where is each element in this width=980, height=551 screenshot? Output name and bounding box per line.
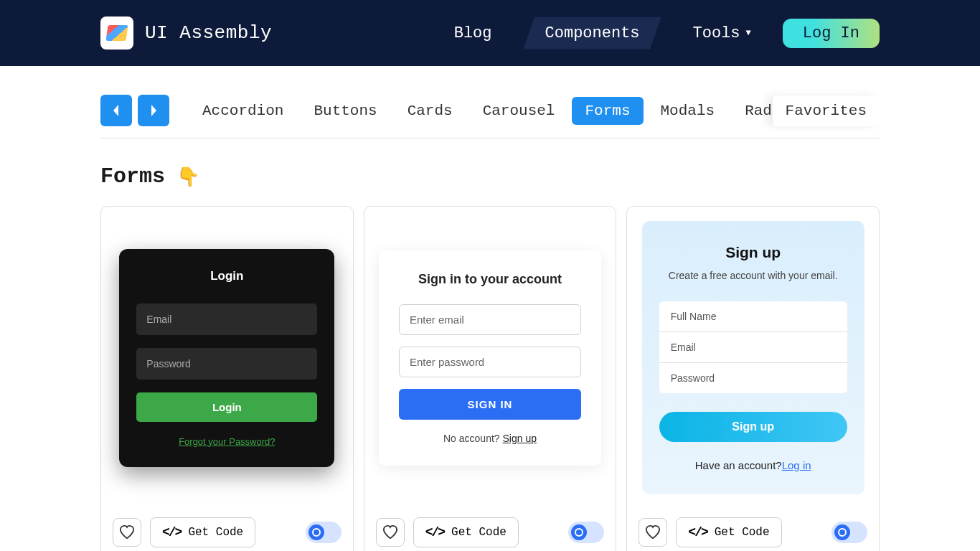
site-header: UI Assembly Blog Components Tools ▼ Log …	[0, 0, 980, 66]
signup-submit-button[interactable]: Sign up	[659, 412, 847, 442]
theme-toggle[interactable]	[568, 522, 604, 543]
footer-text: Have an account?	[695, 459, 782, 471]
form-title: Sign in to your account	[399, 272, 581, 287]
card-preview: Sign up Create a free account with your …	[627, 207, 879, 509]
tab-modals[interactable]: Modals	[648, 97, 728, 125]
code-icon: </>	[425, 525, 444, 540]
inputs-group	[659, 301, 847, 393]
card-preview: Login Login Forgot your Password?	[101, 207, 353, 509]
form-subtitle: Create a free account with your email.	[659, 270, 847, 281]
email-field[interactable]	[399, 304, 581, 335]
favorite-button[interactable]	[376, 518, 405, 547]
signup-form-blue: Sign up Create a free account with your …	[642, 221, 864, 494]
nav-blog[interactable]: Blog	[443, 19, 504, 48]
logo-icon[interactable]	[100, 17, 133, 50]
category-tabs-section: Accordion Buttons Cards Carousel Forms M…	[0, 66, 980, 138]
form-footer: Have an account?Log in	[659, 459, 847, 471]
form-footer: No account? Sign up	[399, 433, 581, 444]
signin-submit-button[interactable]: SIGN IN	[399, 389, 581, 420]
chevron-down-icon: ▼	[746, 28, 751, 38]
footer-text: No account?	[443, 433, 503, 444]
heart-icon	[645, 525, 661, 540]
component-card: Sign in to your account SIGN IN No accou…	[364, 206, 617, 551]
pointing-down-icon: 👇	[176, 166, 199, 188]
password-field[interactable]	[136, 348, 317, 380]
password-field[interactable]	[659, 363, 847, 393]
get-code-label: Get Code	[188, 526, 243, 539]
tab-forms[interactable]: Forms	[572, 97, 643, 125]
component-card: Login Login Forgot your Password? </> Ge…	[100, 206, 354, 551]
nav-tools[interactable]: Tools ▼	[682, 19, 763, 48]
card-footer: </> Get Code	[364, 509, 616, 551]
toggle-knob	[308, 524, 324, 540]
tabs-row: Accordion Buttons Cards Carousel Forms M…	[100, 95, 880, 138]
form-title: Sign up	[659, 244, 847, 261]
heart-icon	[119, 525, 135, 540]
favorite-button[interactable]	[113, 518, 141, 547]
card-preview: Sign in to your account SIGN IN No accou…	[364, 207, 616, 509]
tab-buttons[interactable]: Buttons	[301, 97, 390, 125]
form-title: Login	[136, 269, 317, 283]
signup-link[interactable]: Sign up	[503, 433, 537, 444]
tab-favorites[interactable]: Favorites	[773, 95, 880, 126]
page-title: Forms	[100, 164, 165, 189]
fullname-field[interactable]	[659, 301, 847, 332]
logo-section: UI Assembly	[100, 17, 272, 50]
card-footer: </> Get Code	[627, 509, 879, 551]
tab-accordion[interactable]: Accordion	[189, 97, 296, 125]
page-title-row: Forms 👇	[0, 138, 980, 189]
forgot-password-link[interactable]: Forgot your Password?	[136, 436, 317, 447]
heart-icon	[382, 525, 398, 540]
main-nav: Blog Components Tools ▼ Log In	[443, 17, 880, 50]
toggle-knob	[571, 524, 587, 540]
get-code-button[interactable]: </> Get Code	[150, 517, 255, 547]
theme-toggle[interactable]	[306, 522, 341, 543]
code-icon: </>	[162, 525, 181, 540]
get-code-button[interactable]: </> Get Code	[676, 517, 781, 547]
toggle-knob	[834, 524, 850, 540]
login-button[interactable]: Log In	[783, 19, 880, 48]
card-footer: </> Get Code	[101, 509, 353, 551]
cards-grid: Login Login Forgot your Password? </> Ge…	[0, 189, 980, 551]
tab-cards[interactable]: Cards	[395, 97, 466, 125]
nav-tools-label: Tools	[693, 24, 740, 42]
favorite-button[interactable]	[639, 518, 667, 547]
get-code-button[interactable]: </> Get Code	[413, 517, 519, 547]
scroll-left-button[interactable]	[100, 95, 132, 126]
component-card: Sign up Create a free account with your …	[626, 206, 880, 551]
login-form-dark: Login Login Forgot your Password?	[119, 249, 334, 467]
theme-toggle[interactable]	[831, 522, 867, 543]
chevron-left-icon	[110, 103, 122, 118]
site-title: UI Assembly	[145, 22, 272, 44]
chevron-right-icon	[148, 103, 159, 118]
get-code-label: Get Code	[715, 526, 770, 539]
email-field[interactable]	[136, 303, 317, 335]
email-field[interactable]	[659, 332, 847, 363]
scroll-right-button[interactable]	[138, 95, 169, 126]
login-link[interactable]: Log in	[782, 459, 811, 471]
signin-form-light: Sign in to your account SIGN IN No accou…	[379, 250, 601, 466]
code-icon: </>	[688, 525, 707, 540]
login-submit-button[interactable]: Login	[136, 392, 317, 422]
tab-carousel[interactable]: Carousel	[470, 97, 568, 125]
get-code-label: Get Code	[451, 526, 507, 539]
password-field[interactable]	[399, 347, 581, 377]
nav-components[interactable]: Components	[524, 17, 661, 50]
